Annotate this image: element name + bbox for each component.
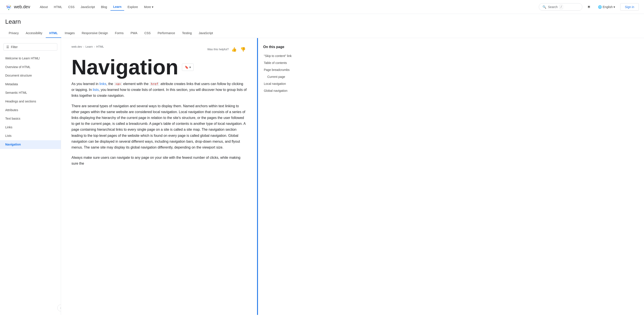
content-area: web.dev › Learn › HTML Was this helpful?… — [61, 38, 257, 315]
sidebar-collapse-button[interactable]: ‹ — [57, 305, 61, 312]
page-title: Navigation — [72, 55, 178, 79]
tab-testing[interactable]: Testing — [179, 29, 195, 38]
logo-text: web.dev — [14, 4, 30, 9]
search-icon: 🔍 — [542, 5, 546, 9]
svg-point-3 — [8, 9, 9, 10]
main-layout: ☰ Filter Welcome to Learn HTML! Overview… — [0, 38, 644, 315]
helpful-thumbs-down-button[interactable]: 👎 — [240, 46, 246, 53]
nav-css[interactable]: CSS — [66, 3, 77, 10]
chevron-down-icon: ▾ — [614, 5, 615, 9]
code-href: href — [150, 82, 160, 86]
helpful-area: Was this helpful? 👍 👎 — [207, 46, 246, 53]
nav-links: About HTML CSS JavaScript Blog Learn Exp… — [37, 3, 539, 11]
webdev-logo-icon — [5, 3, 12, 10]
bookmark-icon: 🔖 — [185, 65, 188, 69]
nav-learn[interactable]: Learn — [110, 3, 124, 11]
nav-more[interactable]: More ▾ — [142, 3, 156, 10]
code-a-tag: <a> — [114, 82, 122, 86]
paragraph-2: There are several types of navigation an… — [72, 103, 246, 151]
tab-images[interactable]: Images — [61, 29, 78, 38]
tab-javascript[interactable]: JavaScript — [195, 29, 216, 38]
chevron-left-icon: ‹ — [60, 307, 61, 310]
breadcrumb: web.dev › Learn › HTML — [72, 45, 104, 48]
helpful-thumbs-up-button[interactable]: 👍 — [230, 46, 238, 53]
search-label: Search — [548, 5, 558, 9]
breadcrumb-html[interactable]: HTML — [96, 45, 104, 48]
sidebar-item-links[interactable]: Links — [0, 123, 61, 132]
sidebar-item-semantic[interactable]: Semantic HTML — [0, 89, 61, 97]
nav-javascript[interactable]: JavaScript — [78, 3, 98, 10]
bookmark-button[interactable]: 🔖 ▾ — [182, 63, 194, 71]
paragraph-3: Always make sure users can navigate to a… — [72, 155, 246, 166]
helpful-label: Was this helpful? — [207, 48, 229, 51]
tab-css[interactable]: CSS — [141, 29, 154, 38]
toc-local-navigation[interactable]: Local navigation — [262, 80, 308, 87]
nav-html[interactable]: HTML — [51, 3, 65, 10]
sidebar-item-navigation[interactable]: Navigation — [0, 140, 61, 149]
link-links[interactable]: links — [99, 82, 106, 86]
breadcrumb-webdev[interactable]: web.dev — [72, 45, 82, 48]
filter-area: ☰ Filter — [0, 41, 61, 54]
search-bar[interactable]: 🔍 Search / — [539, 3, 582, 11]
tab-forms[interactable]: Forms — [112, 29, 127, 38]
content-header: web.dev › Learn › HTML Was this helpful?… — [72, 45, 246, 53]
breadcrumb-sep-1: › — [83, 45, 84, 48]
right-panel: On this page "Skip to content" link Tabl… — [257, 38, 314, 315]
sidebar-item-headings[interactable]: Headings and sections — [0, 97, 61, 106]
paragraph-1: As you learned in links, the <a> element… — [72, 81, 246, 99]
nav-blog[interactable]: Blog — [98, 3, 110, 10]
link-lists[interactable]: lists — [93, 88, 99, 92]
sign-in-button[interactable]: Sign in — [620, 3, 639, 11]
sidebar: ☰ Filter Welcome to Learn HTML! Overview… — [0, 38, 61, 315]
sidebar-nav: Welcome to Learn HTML! Overview of HTML … — [0, 54, 61, 149]
sidebar-item-text[interactable]: Text basics — [0, 114, 61, 123]
tab-accessibility[interactable]: Accessibility — [22, 29, 46, 38]
page-title-area: Navigation 🔖 ▾ — [72, 55, 246, 79]
learn-title: Learn — [5, 18, 639, 25]
globe-icon: 🌐 — [598, 5, 602, 9]
language-button[interactable]: 🌐 English ▾ — [596, 4, 618, 10]
nav-about[interactable]: About — [37, 3, 50, 10]
bookmark-chevron: ▾ — [189, 65, 191, 69]
breadcrumb-sep-2: › — [94, 45, 95, 48]
toc-list: "Skip to content" link Table of contents… — [263, 52, 308, 94]
top-navigation: web.dev About HTML CSS JavaScript Blog L… — [0, 0, 644, 14]
filter-label: Filter — [11, 45, 18, 49]
search-shortcut: / — [560, 5, 563, 9]
tab-responsive-design[interactable]: Responsive Design — [78, 29, 112, 38]
tab-privacy[interactable]: Privacy — [5, 29, 22, 38]
sidebar-item-attributes[interactable]: Attributes — [0, 106, 61, 115]
sidebar-item-welcome[interactable]: Welcome to Learn HTML! — [0, 54, 61, 63]
filter-button[interactable]: ☰ Filter — [4, 43, 57, 51]
sidebar-item-overview[interactable]: Overview of HTML — [0, 63, 61, 72]
tab-performance[interactable]: Performance — [154, 29, 178, 38]
learn-header: Learn — [0, 14, 644, 25]
theme-toggle-button[interactable]: ☀ — [585, 3, 593, 11]
breadcrumb-learn[interactable]: Learn — [86, 45, 92, 48]
nav-right: 🔍 Search / ☀ 🌐 English ▾ Sign in — [539, 3, 639, 11]
svg-point-2 — [10, 6, 11, 6]
logo[interactable]: web.dev — [5, 3, 30, 10]
toc-skip-to-content[interactable]: "Skip to content" link — [262, 52, 308, 59]
category-tabs: Privacy Accessibility HTML Images Respon… — [0, 29, 644, 38]
nav-explore[interactable]: Explore — [125, 3, 140, 10]
filter-icon: ☰ — [6, 45, 9, 49]
toc-current-page[interactable]: Current page — [262, 73, 308, 80]
on-this-page-title: On this page — [263, 45, 308, 49]
toc-global-navigation[interactable]: Global navigation — [262, 87, 308, 94]
language-label: English — [602, 5, 613, 9]
content-body: As you learned in links, the <a> element… — [72, 81, 246, 166]
tab-pwa[interactable]: PWA — [127, 29, 141, 38]
toc-page-breadcrumbs[interactable]: Page breadcrumbs — [262, 66, 308, 73]
tab-html[interactable]: HTML — [46, 29, 61, 38]
toc-table-of-contents[interactable]: Table of contents — [262, 59, 308, 66]
sidebar-item-document[interactable]: Document structure — [0, 71, 61, 80]
sidebar-item-lists[interactable]: Lists — [0, 132, 61, 140]
sidebar-item-metadata[interactable]: Metadata — [0, 80, 61, 89]
svg-point-1 — [6, 6, 8, 6]
